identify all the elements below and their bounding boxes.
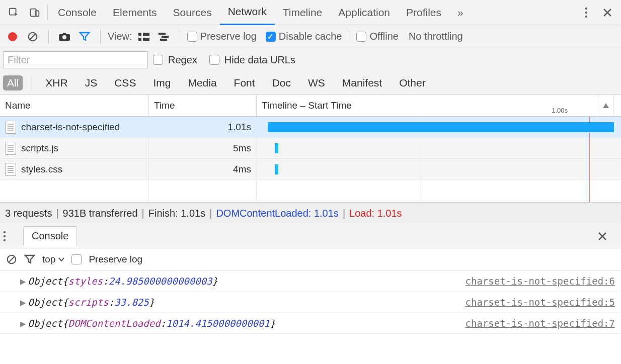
expand-icon[interactable]: ▶ — [20, 297, 26, 308]
capture-screenshots-icon[interactable] — [56, 28, 73, 45]
filter-icon[interactable] — [76, 28, 93, 45]
console-clear-icon[interactable] — [6, 254, 17, 265]
chevron-down-icon — [58, 257, 64, 261]
type-font[interactable]: Font — [230, 75, 259, 90]
divider — [47, 5, 48, 20]
offline-checkbox[interactable] — [356, 32, 366, 42]
cell-name: scripts.js — [0, 138, 149, 158]
svg-point-3 — [585, 7, 587, 9]
svg-rect-14 — [159, 33, 166, 35]
drawer-close-icon[interactable] — [598, 232, 618, 241]
tab-application[interactable]: Application — [330, 0, 398, 25]
drawer-kebab-icon[interactable] — [3, 231, 20, 242]
preserve-log-checkbox[interactable] — [187, 32, 197, 42]
object-label: Object — [28, 297, 62, 308]
type-css[interactable]: CSS — [110, 75, 140, 90]
disable-cache-label[interactable]: Disable cache — [279, 31, 342, 42]
type-manifest[interactable]: Manifest — [338, 75, 386, 90]
tab-network[interactable]: Network — [220, 0, 275, 25]
svg-point-4 — [585, 11, 587, 13]
waterfall-view-icon[interactable] — [156, 28, 173, 45]
file-name: scripts.js — [21, 143, 58, 154]
inspect-icon[interactable] — [3, 0, 24, 25]
object-key: DOMContentLoaded — [68, 318, 161, 329]
preserve-log-label[interactable]: Preserve log — [200, 31, 257, 42]
divider — [349, 30, 349, 44]
file-name: charset-is-not-specified — [21, 122, 120, 133]
svg-point-5 — [585, 15, 587, 17]
drawer-header: Console — [0, 224, 621, 248]
device-mode-icon[interactable] — [24, 0, 45, 25]
object-value: 33.825 — [114, 297, 149, 308]
devtools-tabs: ConsoleElementsSourcesNetworkTimelineApp… — [0, 0, 621, 25]
drawer-tab-console[interactable]: Console — [23, 226, 77, 246]
tab-timeline[interactable]: Timeline — [275, 0, 331, 25]
console-message[interactable]: ▶Object {scripts: 33.825}charset-is-not-… — [0, 292, 621, 313]
kebab-menu-icon[interactable] — [576, 0, 597, 25]
timing-bar — [268, 122, 614, 132]
regex-checkbox[interactable] — [153, 55, 163, 65]
table-row[interactable]: scripts.js5ms — [0, 138, 621, 159]
large-rows-icon[interactable] — [135, 28, 152, 45]
table-row[interactable]: charset-is-not-specified1.01s — [0, 117, 621, 138]
object-label: Object — [28, 276, 62, 287]
message-source[interactable]: charset-is-not-specified:5 — [465, 297, 615, 308]
throttling-select[interactable]: No throttling — [409, 31, 463, 42]
type-all[interactable]: All — [3, 75, 23, 90]
network-toolbar: View: Preserve log Disable cache Offline… — [0, 25, 621, 48]
cell-timeline — [257, 138, 621, 158]
filter-input[interactable] — [3, 51, 148, 68]
svg-point-18 — [4, 235, 6, 237]
table-row[interactable]: styles.css4ms — [0, 159, 621, 180]
hide-data-urls-checkbox[interactable] — [209, 55, 219, 65]
cell-time: 1.01s — [149, 117, 257, 137]
clear-button[interactable] — [24, 28, 41, 45]
network-summary: 3 requests | 931B transferred | Finish: … — [0, 202, 621, 224]
svg-rect-15 — [162, 36, 169, 38]
col-timeline[interactable]: Timeline – Start Time 1.00s — [257, 95, 598, 116]
disable-cache-checkbox[interactable] — [266, 32, 276, 42]
tabs-overflow[interactable]: » — [449, 0, 472, 25]
record-button[interactable] — [4, 28, 21, 45]
close-devtools-icon[interactable] — [597, 0, 618, 25]
message-source[interactable]: charset-is-not-specified:6 — [465, 276, 615, 287]
summary-requests: 3 requests — [5, 208, 52, 219]
offline-label[interactable]: Offline — [369, 31, 398, 42]
expand-icon[interactable]: ▶ — [20, 276, 26, 287]
expand-icon[interactable]: ▶ — [20, 318, 26, 329]
divider — [32, 76, 32, 90]
type-other[interactable]: Other — [395, 75, 430, 90]
type-media[interactable]: Media — [184, 75, 220, 90]
type-ws[interactable]: WS — [304, 75, 329, 90]
cell-time: 5ms — [149, 138, 257, 158]
network-table-body: charset-is-not-specified1.01sscripts.js5… — [0, 117, 621, 202]
message-source[interactable]: charset-is-not-specified:7 — [465, 318, 615, 329]
file-name: styles.css — [21, 164, 62, 175]
tab-sources[interactable]: Sources — [165, 0, 220, 25]
console-message[interactable]: ▶Object {DOMContentLoaded: 1014.41500000… — [0, 313, 621, 334]
console-preserve-log-checkbox[interactable] — [71, 254, 82, 264]
col-timeline-label: Timeline – Start Time — [262, 100, 352, 111]
type-doc[interactable]: Doc — [268, 75, 295, 90]
regex-label[interactable]: Regex — [168, 54, 197, 66]
filter-bar: Regex Hide data URLs — [0, 48, 621, 71]
col-time[interactable]: Time — [149, 95, 257, 116]
tab-console[interactable]: Console — [50, 0, 105, 25]
col-name[interactable]: Name — [0, 95, 149, 116]
svg-point-9 — [62, 35, 66, 39]
tab-profiles[interactable]: Profiles — [398, 0, 449, 25]
type-xhr[interactable]: XHR — [41, 75, 71, 90]
timing-bar — [275, 143, 278, 153]
console-context-select[interactable]: top — [42, 254, 64, 265]
svg-point-17 — [4, 231, 6, 233]
tab-elements[interactable]: Elements — [105, 0, 165, 25]
cell-name: charset-is-not-specified — [0, 117, 149, 137]
console-preserve-log-label[interactable]: Preserve log — [89, 254, 142, 265]
file-icon — [5, 121, 16, 134]
hide-data-urls-label[interactable]: Hide data URLs — [224, 54, 295, 66]
console-filter-icon[interactable] — [24, 254, 35, 264]
sort-indicator[interactable] — [598, 95, 613, 116]
type-img[interactable]: Img — [149, 75, 175, 90]
console-message[interactable]: ▶Object {styles: 24.985000000000003}char… — [0, 270, 621, 292]
type-js[interactable]: JS — [81, 75, 102, 90]
